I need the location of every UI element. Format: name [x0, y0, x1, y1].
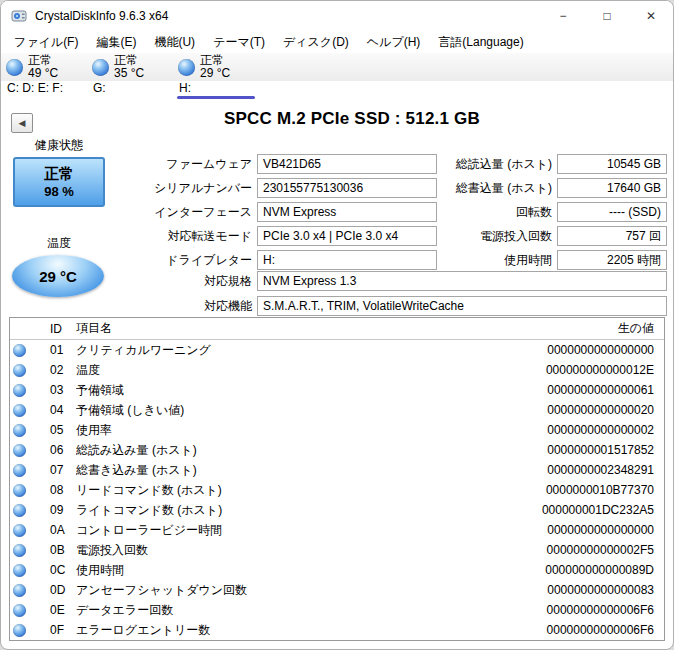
field-row: 対応規格 NVM Express 1.3 — [121, 271, 667, 291]
minimize-icon[interactable]: − — [541, 1, 585, 31]
table-row[interactable]: 09 ライトコマンド数 (ホスト) 000000001DC232A5 — [10, 500, 664, 520]
menu-language[interactable]: 言語(Language) — [429, 32, 532, 53]
attribute-raw-value-cell: 0000000002348291 — [454, 463, 664, 477]
field-row: 回転数 ---- (SSD) — [441, 202, 667, 222]
menu-theme[interactable]: テーマ(T) — [204, 32, 274, 53]
title-bar: CrystalDiskInfo 9.6.3 x64 − □ ✕ — [1, 1, 673, 31]
health-status-label: 健康状態 — [9, 137, 109, 154]
menu-help[interactable]: ヘルプ(H) — [358, 32, 430, 53]
table-row[interactable]: 0F エラーログエントリー数 00000000000006F6 — [10, 620, 664, 640]
close-icon[interactable]: ✕ — [629, 1, 673, 31]
table-row[interactable]: 06 総読み込み量 (ホスト) 0000000001517852 — [10, 440, 664, 460]
drive-tabs: 正常 49 °C C: D: E: F: 正常 35 °C G: 正常 29 °… — [1, 53, 673, 99]
attribute-raw-value-cell: 0000000001517852 — [454, 443, 664, 457]
table-row[interactable]: 0C 使用時間 000000000000089D — [10, 560, 664, 580]
drive-temperature-text: 49 °C — [28, 67, 58, 80]
id-column-header: ID — [50, 322, 76, 336]
attribute-name-cell: 総読み込み量 (ホスト) — [76, 442, 454, 459]
drive-letters: C: D: E: F: — [1, 81, 87, 96]
attribute-name-cell: 温度 — [76, 362, 454, 379]
field-label: 対応機能 — [121, 298, 257, 315]
attribute-name-cell: 総書き込み量 (ホスト) — [76, 462, 454, 479]
field-label: 総書込量 (ホスト) — [441, 180, 557, 197]
attribute-name-cell: リードコマンド数 (ホスト) — [76, 482, 454, 499]
attribute-status-cell — [10, 564, 50, 577]
health-status-value: 正常 — [44, 164, 74, 183]
drive-temperature-text: 35 °C — [114, 67, 144, 80]
attribute-id-cell: 07 — [50, 463, 76, 477]
field-value: S.M.A.R.T., TRIM, VolatileWriteCache — [257, 296, 667, 316]
field-row: ドライブレター H: — [121, 250, 437, 270]
drive-letters: G: — [87, 81, 173, 96]
attribute-id-cell: 0E — [50, 603, 76, 617]
drive-tab-h[interactable]: 正常 29 °C H: — [173, 53, 259, 99]
table-row[interactable]: 03 予備領域 0000000000000061 — [10, 380, 664, 400]
attribute-raw-value-cell: 0000000000000000 — [454, 343, 664, 357]
table-row[interactable]: 01 クリティカルワーニング 0000000000000000 — [10, 340, 664, 360]
table-row[interactable]: 0D アンセーフシャットダウン回数 0000000000000083 — [10, 580, 664, 600]
table-row[interactable]: 0A コントローラービジー時間 0000000000000000 — [10, 520, 664, 540]
table-row[interactable]: 07 総書き込み量 (ホスト) 0000000002348291 — [10, 460, 664, 480]
attribute-status-orb-icon — [13, 524, 26, 537]
attribute-id-cell: 06 — [50, 443, 76, 457]
drive-tab-cdef[interactable]: 正常 49 °C C: D: E: F: — [1, 53, 87, 99]
menu-edit[interactable]: 編集(E) — [87, 32, 145, 53]
drive-tab-g[interactable]: 正常 35 °C G: — [87, 53, 173, 99]
field-label: シリアルナンバー — [121, 180, 257, 197]
attribute-status-cell — [10, 444, 50, 457]
attribute-name-cell: コントローラービジー時間 — [76, 522, 454, 539]
field-value: NVM Express — [257, 202, 437, 222]
attribute-status-orb-icon — [13, 444, 26, 457]
attribute-raw-value-cell: 0000000000000083 — [454, 583, 664, 597]
field-row: 電源投入回数 757 回 — [441, 226, 667, 246]
field-label: 対応転送モード — [121, 228, 257, 245]
attribute-raw-value-cell: 0000000000000002 — [454, 423, 664, 437]
drive-tab-text: 正常 49 °C — [28, 54, 58, 80]
health-status-box[interactable]: 正常 98 % — [13, 157, 105, 207]
drive-tab-text: 正常 29 °C — [200, 54, 230, 80]
table-row[interactable]: 0E データエラー回数 00000000000006F6 — [10, 600, 664, 620]
attribute-name-cell: データエラー回数 — [76, 602, 454, 619]
field-row: 対応転送モード PCIe 3.0 x4 | PCIe 3.0 x4 — [121, 226, 437, 246]
temperature-indicator[interactable]: 29 °C — [12, 255, 104, 297]
main-panel: ◀ SPCC M.2 PCIe SSD : 512.1 GB 健康状態 正常 9… — [1, 99, 673, 317]
app-disk-icon — [11, 8, 27, 24]
table-row[interactable]: 05 使用率 0000000000000002 — [10, 420, 664, 440]
field-label: 総読込量 (ホスト) — [441, 156, 557, 173]
temperature-value: 29 °C — [39, 268, 77, 285]
menu-function[interactable]: 機能(U) — [145, 32, 204, 53]
field-row: 総書込量 (ホスト) 17640 GB — [441, 178, 667, 198]
attribute-raw-value-cell: 000000001DC232A5 — [454, 503, 664, 517]
attribute-status-cell — [10, 604, 50, 617]
attribute-id-cell: 02 — [50, 363, 76, 377]
field-row: ファームウェア VB421D65 — [121, 154, 437, 174]
attribute-status-cell — [10, 624, 50, 637]
attribute-id-cell: 08 — [50, 483, 76, 497]
attribute-name-cell: 使用時間 — [76, 562, 454, 579]
attribute-id-cell: 0C — [50, 563, 76, 577]
maximize-icon[interactable]: □ — [585, 1, 629, 31]
attribute-status-cell — [10, 484, 50, 497]
table-row[interactable]: 04 予備領域 (しきい値) 0000000000000020 — [10, 400, 664, 420]
menu-file[interactable]: ファイル(F) — [5, 32, 87, 53]
table-row[interactable]: 02 温度 000000000000012E — [10, 360, 664, 380]
attribute-id-cell: 0B — [50, 543, 76, 557]
drive-tab-summary: 正常 29 °C — [173, 53, 259, 81]
attribute-status-cell — [10, 524, 50, 537]
drive-temperature-text: 29 °C — [200, 67, 230, 80]
drive-letters: H: — [173, 81, 259, 96]
attribute-status-orb-icon — [13, 344, 26, 357]
attribute-id-cell: 09 — [50, 503, 76, 517]
attribute-id-cell: 05 — [50, 423, 76, 437]
attribute-status-cell — [10, 464, 50, 477]
attribute-status-cell — [10, 504, 50, 517]
drive-status-orb-icon — [92, 59, 109, 76]
field-label: ドライブレター — [121, 252, 257, 269]
table-row[interactable]: 08 リードコマンド数 (ホスト) 0000000010B77370 — [10, 480, 664, 500]
attribute-status-orb-icon — [13, 504, 26, 517]
attribute-name-cell: 電源投入回数 — [76, 542, 454, 559]
attribute-status-orb-icon — [13, 604, 26, 617]
field-label: ファームウェア — [121, 156, 257, 173]
table-row[interactable]: 0B 電源投入回数 00000000000002F5 — [10, 540, 664, 560]
menu-disk[interactable]: ディスク(D) — [274, 32, 358, 53]
